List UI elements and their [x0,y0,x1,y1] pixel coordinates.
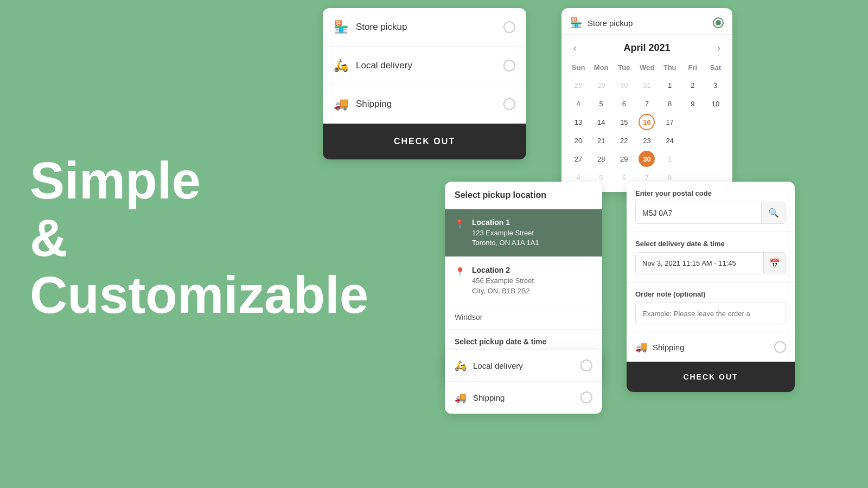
cal-day[interactable]: 28 [570,77,586,93]
dow-fri: Fri [681,61,704,74]
cal-day[interactable]: 17 [662,114,678,130]
location-1-addr2: Toronto, ON A1A 1A1 [472,238,539,248]
cal-week-1: 28 29 30 31 1 2 3 [567,76,727,94]
store-pickup-calendar-radio[interactable] [713,17,724,28]
calendar-picker-icon[interactable]: 📅 [763,253,786,274]
cal-day[interactable]: 5 [593,95,609,112]
local-delivery-label: Local delivery [356,60,503,71]
location-2-addr2: City, ON, B1B 2B2 [472,286,534,296]
dow-wed: Wed [635,61,658,74]
cal-day[interactable]: 24 [662,132,678,149]
location-1-item[interactable]: 📍 Location 1 123 Example Street Toronto,… [445,209,602,257]
cal-day[interactable]: 29 [616,151,632,167]
local-delivery-bottom-radio[interactable] [580,359,592,371]
store-icon: 🏪 [570,17,582,29]
local-delivery-bottom-icon: 🛵 [455,359,467,371]
delivery-shipping-radio[interactable] [774,341,786,353]
cal-day [707,151,724,167]
cal-day[interactable]: 3 [707,77,724,93]
shipping-bottom-radio[interactable] [580,391,592,403]
cal-day[interactable]: 4 [570,95,586,112]
location-1-name: Location 1 [472,218,539,227]
dow-sat: Sat [704,61,727,74]
cal-week-3: 13 14 15 16 17 [567,113,727,131]
delivery-checkout-button[interactable]: CHECK OUT [627,362,795,392]
store-pickup-radio[interactable] [503,21,515,33]
cal-day [707,132,724,149]
calendar-grid: Sun Mon Tue Wed Thu Fri Sat 28 29 30 31 … [561,61,732,187]
shipping-options-card: 🏪 Store pickup 🛵 Local delivery 🚚 Shippi… [323,8,526,159]
bottom-options-card: 🛵 Local delivery 🚚 Shipping [445,350,602,414]
cal-week-4: 20 21 22 23 24 [567,131,727,150]
pickup-datetime-label: Select pickup date & time [455,337,592,346]
shipping-bottom-option[interactable]: 🚚 Shipping [445,382,602,414]
delivery-datetime-label: Select delivery date & time [635,240,786,248]
order-note-label: Order note (optional) [635,290,786,298]
cal-week-5: 27 28 29 30 1 [567,150,727,168]
cal-day[interactable]: 1 [662,151,678,167]
delivery-card: Enter your postal code 🔍 Select delivery… [627,182,795,392]
calendar-card: 🏪 Store pickup ‹ April 2021 › Sun Mon Tu… [561,8,732,192]
delivery-datetime-input-row: 📅 [635,252,786,274]
cal-day[interactable]: 20 [570,132,586,149]
dow-sun: Sun [567,61,590,74]
checkout-button[interactable]: CHECK OUT [323,124,526,159]
local-delivery-icon: 🛵 [334,59,348,73]
hero-line3: Customizable [30,266,368,324]
delivery-datetime-input[interactable] [636,254,763,273]
store-pickup-option[interactable]: 🏪 Store pickup [323,8,526,47]
windsor-partial: Windsor [445,305,602,330]
calendar-month-title: April 2021 [623,42,670,54]
cal-day[interactable]: 13 [570,114,586,130]
hero-line1: Simple [30,152,368,209]
cal-day[interactable]: 30 [616,77,632,93]
cal-day[interactable]: 10 [707,95,724,112]
search-icon[interactable]: 🔍 [761,202,786,223]
cal-day[interactable]: 21 [593,132,609,149]
cal-day[interactable]: 27 [570,151,586,167]
cal-day[interactable]: 9 [685,95,701,112]
cal-day[interactable]: 23 [639,132,655,149]
hero-line2: & [30,209,368,267]
postal-input[interactable] [636,203,761,223]
shipping-icon: 🚚 [334,97,348,111]
local-delivery-option[interactable]: 🛵 Local delivery [323,47,526,85]
cal-day[interactable]: 22 [616,132,632,149]
postal-input-row: 🔍 [635,202,786,224]
cal-day[interactable]: 8 [662,95,678,112]
next-month-button[interactable]: › [714,41,724,55]
shipping-label: Shipping [356,99,503,110]
location-2-name: Location 2 [472,266,534,274]
delivery-shipping-icon: 🚚 [635,341,647,353]
cal-day[interactable]: 28 [593,151,609,167]
local-delivery-radio[interactable] [503,60,515,72]
delivery-shipping-row[interactable]: 🚚 Shipping [627,332,795,362]
shipping-radio[interactable] [503,98,515,110]
cal-day[interactable]: 15 [616,114,632,130]
cal-week-2: 4 5 6 7 8 9 10 [567,94,727,113]
prev-month-button[interactable]: ‹ [570,41,580,55]
store-label: Store pickup [588,18,713,28]
cal-day[interactable]: 31 [639,77,655,93]
shipping-option[interactable]: 🚚 Shipping [323,85,526,124]
calendar-month-nav: ‹ April 2021 › [561,35,732,61]
location-2-item[interactable]: 📍 Location 2 456 Example Street City, ON… [445,257,602,305]
cal-day[interactable]: 2 [685,77,701,93]
location-1-addr1: 123 Example Street [472,228,539,238]
store-pickup-icon: 🏪 [334,20,348,34]
cal-day[interactable]: 6 [616,95,632,112]
shipping-bottom-icon: 🚚 [455,391,467,403]
calendar-days-of-week: Sun Mon Tue Wed Thu Fri Sat [567,61,727,74]
cal-day-selected[interactable]: 30 [639,151,655,167]
order-note-input[interactable] [635,303,786,324]
cal-day[interactable]: 29 [593,77,609,93]
cal-day [685,151,701,167]
cal-day[interactable]: 14 [593,114,609,130]
cal-day[interactable]: 7 [639,95,655,112]
store-pickup-label: Store pickup [356,22,503,33]
cal-day-today[interactable]: 16 [639,114,655,130]
local-delivery-bottom-option[interactable]: 🛵 Local delivery [445,350,602,382]
postal-label: Enter your postal code [635,189,786,197]
cal-day [685,132,701,149]
cal-day[interactable]: 1 [662,77,678,93]
